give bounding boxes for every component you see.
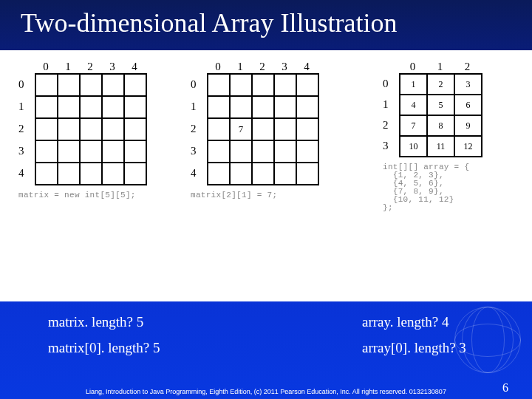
grid2-col-headers: 0 1 2 3 4 [207, 61, 319, 73]
cell [274, 140, 296, 163]
grid-2: 0 1 2 3 4 0 1 2 3 4 7 matrix[2][1] = 7; [191, 61, 319, 200]
row-label: 1 [18, 100, 35, 113]
cell [80, 118, 102, 140]
col-label: 2 [79, 61, 101, 73]
cell [35, 96, 58, 118]
cell [35, 74, 58, 96]
grid1-col-headers: 0 1 2 3 4 [35, 61, 147, 73]
cell: 2 [427, 74, 454, 95]
col-label: 4 [296, 61, 318, 73]
cell: 5 [427, 95, 454, 115]
cell: 3 [454, 74, 482, 95]
cell [58, 74, 80, 96]
cell [124, 74, 146, 96]
cell [208, 96, 230, 118]
cell [35, 118, 58, 140]
col-label: 1 [426, 61, 454, 73]
col-label: 0 [35, 61, 57, 73]
cell [208, 140, 230, 163]
row-label: 2 [191, 123, 207, 135]
cell [102, 163, 124, 185]
cell [296, 140, 318, 163]
cell [252, 118, 274, 140]
cell-highlight: 7 [230, 118, 252, 140]
row-label: 0 [18, 78, 35, 91]
row-label: 2 [383, 119, 399, 132]
cell [124, 140, 146, 163]
cell [80, 140, 102, 163]
cell [58, 96, 80, 118]
cell [274, 96, 296, 118]
row-label: 3 [383, 140, 399, 152]
grid1-caption: matrix = new int[5][5]; [18, 191, 147, 200]
row-label: 3 [191, 145, 207, 157]
grid1-cells [35, 73, 147, 185]
cell [296, 96, 318, 118]
grid3-caption: int[][] array = { {1, 2, 3}, {4, 5, 6}, … [383, 163, 482, 212]
array-length-text: array. length? 4 [362, 314, 449, 330]
col-label: 2 [454, 61, 481, 73]
grid2-caption: matrix[2][1] = 7; [191, 191, 319, 200]
cell [296, 74, 318, 96]
cell [274, 74, 296, 96]
row-label: 0 [383, 78, 399, 90]
cell [35, 140, 58, 163]
cell [230, 96, 252, 118]
cell [58, 118, 80, 140]
row-label: 1 [191, 100, 207, 113]
globe-decoration [451, 303, 525, 377]
cell [274, 118, 296, 140]
cell [230, 163, 252, 185]
col-label: 3 [101, 61, 123, 73]
cell [58, 140, 80, 163]
col-label: 0 [399, 61, 426, 73]
footer-text: Liang, Introduction to Java Programming,… [0, 388, 532, 396]
cell: 11 [427, 136, 454, 157]
cell: 4 [400, 95, 427, 115]
matrix0-length-text: matrix[0]. length? 5 [48, 340, 160, 356]
row-label: 4 [191, 167, 207, 180]
grid1-row-labels: 0 1 2 3 4 [18, 73, 35, 185]
cell [58, 163, 80, 185]
cell [208, 74, 230, 96]
cell [102, 140, 124, 163]
cell [124, 118, 146, 140]
col-label: 3 [273, 61, 296, 73]
cell [208, 163, 230, 185]
cell: 8 [427, 115, 454, 136]
row-label: 1 [383, 98, 399, 111]
cell [102, 74, 124, 96]
grid3-col-headers: 0 1 2 [399, 61, 482, 73]
row-label: 4 [18, 167, 35, 180]
col-label: 1 [229, 61, 251, 73]
cell [80, 96, 102, 118]
page-title: Two-dimensional Array Illustration [0, 0, 532, 44]
row-label: 3 [18, 145, 35, 157]
cell [35, 163, 58, 185]
cell [230, 74, 252, 96]
page-number: 6 [502, 381, 508, 395]
cell [296, 163, 318, 185]
grid-3: 0 1 2 0 1 2 3 123 456 789 101112 int[][]… [383, 61, 482, 212]
cell [102, 118, 124, 140]
content-area: 0 1 2 3 4 0 1 2 3 4 matrix = new int[5][… [0, 50, 532, 301]
cell [208, 118, 230, 140]
cell [296, 118, 318, 140]
cell [252, 96, 274, 118]
grid2-cells: 7 [207, 73, 319, 185]
cell: 1 [400, 74, 427, 95]
cell [124, 96, 146, 118]
col-label: 2 [251, 61, 273, 73]
cell [80, 74, 102, 96]
cell: 10 [400, 136, 427, 157]
cell: 6 [454, 95, 482, 115]
grid3-cells: 123 456 789 101112 [399, 73, 482, 157]
grid3-row-labels: 0 1 2 3 [383, 73, 399, 157]
cell: 9 [454, 115, 482, 136]
col-label: 0 [207, 61, 229, 73]
cell [274, 163, 296, 185]
row-label: 2 [18, 123, 35, 135]
cell [252, 140, 274, 163]
cell [124, 163, 146, 185]
cell: 7 [400, 115, 427, 136]
